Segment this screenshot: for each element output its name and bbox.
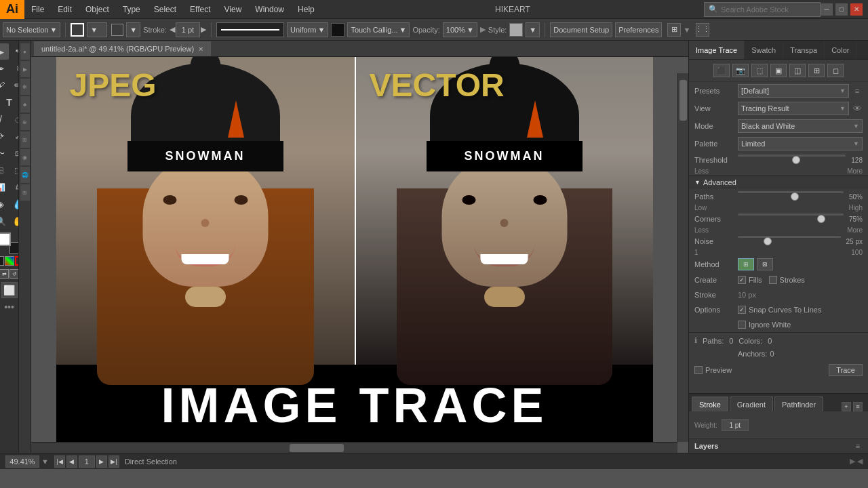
close-button[interactable]: ✕ (850, 3, 863, 16)
none-color-btn[interactable] (0, 256, 4, 266)
eyedropper-tool[interactable]: 💧 (9, 196, 19, 212)
live-paint-tool[interactable]: ⬚ (9, 162, 19, 178)
trace-icon-4[interactable]: ▣ (770, 64, 787, 77)
advanced-section-header[interactable]: ▼ Advanced (689, 175, 868, 189)
trace-icon-1[interactable]: ⬛ (713, 64, 730, 77)
tab-color[interactable]: Color (825, 41, 856, 59)
layers-options-btn[interactable]: ≡ (853, 441, 863, 451)
fill-dropdown[interactable]: ▼ (87, 22, 107, 37)
pathfinder-tab[interactable]: Pathfinder (774, 396, 823, 411)
zoom-dropdown-btn[interactable]: ▼ (41, 458, 49, 466)
free-transform-tool[interactable]: ⊡ (9, 145, 19, 161)
snap-curves-checkbox[interactable] (738, 306, 746, 314)
menu-file[interactable]: File (24, 0, 51, 18)
line-tool[interactable]: / (0, 111, 9, 127)
paths-thumb[interactable] (791, 192, 799, 201)
method-overlapping-btn[interactable]: ⊠ (757, 258, 773, 270)
fills-checkbox[interactable] (738, 276, 746, 284)
direct-selection-tool[interactable]: ↖ (9, 43, 19, 60)
brush-color-swatch[interactable] (331, 23, 344, 37)
dock-btn-5[interactable]: ⊕ (20, 114, 30, 130)
pencil-tool[interactable]: ✏ (9, 77, 19, 94)
fill-color-swatch[interactable] (0, 232, 11, 246)
hscroll-thumb[interactable] (290, 444, 344, 452)
gradient-color-btn[interactable] (5, 256, 14, 266)
style-dropdown[interactable]: ▼ (526, 22, 540, 37)
paintbrush-tool[interactable]: 🖌 (0, 77, 9, 94)
dock-btn-1[interactable]: ● (20, 43, 30, 60)
dock-btn-3[interactable]: ✻ (20, 79, 30, 95)
hand-tool[interactable]: ✋ (9, 213, 19, 229)
stroke-swatch[interactable] (111, 24, 123, 36)
trace-icon-2[interactable]: 📷 (732, 64, 749, 77)
trace-icon-7[interactable]: ◻ (827, 64, 844, 77)
pen-tool[interactable]: ✒ (0, 60, 9, 77)
trace-button[interactable]: Trace (829, 364, 863, 376)
gradient-tool[interactable]: ◈ (0, 196, 9, 212)
trace-icon-5[interactable]: ◫ (789, 64, 806, 77)
stroke-weight-input[interactable] (722, 419, 749, 431)
trace-icon-3[interactable]: ⬚ (751, 64, 768, 77)
menu-object[interactable]: Object (79, 0, 116, 18)
next-page-btn[interactable]: ▶ (96, 455, 107, 468)
search-box[interactable]: 🔍 (704, 2, 821, 17)
stroke-decrease-btn[interactable]: ◀ (170, 25, 175, 34)
dock-btn-2[interactable]: ▶ (20, 61, 30, 77)
view-dropdown[interactable]: Tracing Result ▼ (738, 102, 849, 115)
tab-close-btn[interactable]: ✕ (198, 45, 203, 53)
more-tools-btn[interactable]: ••• (4, 302, 14, 312)
first-page-btn[interactable]: |◀ (54, 455, 65, 468)
presets-options-btn[interactable]: ≡ (852, 85, 863, 96)
view-eye-icon[interactable]: 👁 (852, 103, 863, 114)
gradient-tab[interactable]: Gradient (730, 396, 773, 411)
restore-button[interactable]: □ (835, 3, 848, 16)
eraser-tool[interactable]: ◌ (9, 111, 19, 127)
zoom-tool[interactable]: 🔍 (0, 213, 9, 229)
threshold-thumb[interactable] (792, 156, 800, 164)
menu-help[interactable]: Help (291, 0, 321, 18)
presets-dropdown[interactable]: [Default] ▼ (738, 84, 849, 98)
swap-fill-stroke-btn[interactable]: ⇄ (0, 269, 9, 279)
dock-btn-8[interactable]: 🌐 (20, 167, 30, 183)
vscroll-thumb[interactable] (679, 80, 687, 121)
selection-dropdown[interactable]: No Selection ▼ (3, 22, 60, 37)
document-tab[interactable]: untitled-2a.ai* @ 49.41% (RGB/GPU Previe… (34, 41, 211, 56)
prev-page-btn[interactable]: ◀ (66, 455, 77, 468)
palette-dropdown[interactable]: Limited ▼ (738, 137, 863, 150)
fill-swatch[interactable] (71, 23, 84, 37)
last-page-btn[interactable]: ▶| (108, 455, 119, 468)
menu-type[interactable]: Type (116, 0, 147, 18)
dock-btn-7[interactable]: ◉ (20, 149, 30, 165)
mesh-tool[interactable]: # (9, 179, 19, 195)
panel-options-btn[interactable]: ≡ (853, 402, 863, 411)
trace-icon-6[interactable]: ⊞ (808, 64, 825, 77)
stroke-color-swatch[interactable] (9, 242, 20, 254)
menu-edit[interactable]: Edit (51, 0, 79, 18)
opacity-dropdown[interactable]: 100% ▼ (443, 22, 477, 37)
column-graph-tool[interactable]: 📊 (0, 179, 9, 195)
dock-btn-4[interactable]: ♣ (20, 96, 30, 113)
selection-tool[interactable]: ▶ (0, 43, 9, 60)
dock-btn-9[interactable]: ⊞ (20, 184, 30, 201)
style-swatch[interactable] (509, 23, 523, 37)
dock-btn-6[interactable]: ⊞ (20, 131, 30, 148)
shape-builder-tool[interactable]: ⌹ (0, 162, 9, 178)
tab-image-trace[interactable]: Image Trace (689, 41, 745, 59)
stroke-width-input[interactable] (176, 22, 200, 37)
preview-checkbox[interactable] (694, 366, 703, 374)
vertical-scrollbar[interactable] (677, 73, 688, 442)
noise-thumb[interactable] (764, 237, 772, 245)
toolbar-more-btn[interactable]: ⋮⋮ (696, 23, 709, 37)
arrange-btn[interactable]: ⊞ (667, 23, 681, 37)
mode-dropdown[interactable]: Black and White ▼ (738, 119, 863, 133)
doc-setup-button[interactable]: Document Setup (550, 22, 612, 37)
strokes-checkbox[interactable] (769, 276, 777, 284)
menu-window[interactable]: Window (248, 0, 291, 18)
page-input[interactable] (79, 455, 95, 468)
stroke-tab[interactable]: Stroke (692, 396, 728, 411)
search-input[interactable] (721, 5, 816, 14)
line-style-preview[interactable] (216, 22, 284, 37)
ignore-white-checkbox[interactable] (738, 321, 746, 329)
default-colors-btn[interactable]: ↺ (9, 269, 19, 279)
stroke-type-dropdown[interactable]: ▼ (126, 22, 140, 37)
